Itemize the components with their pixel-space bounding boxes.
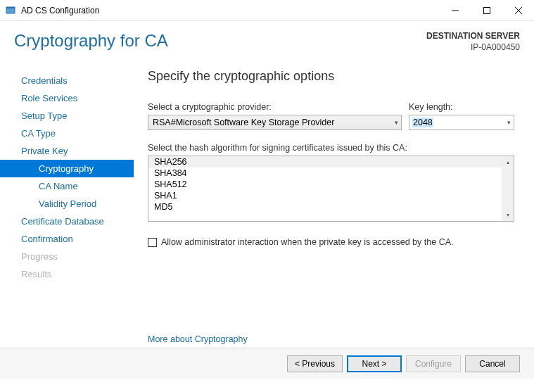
configure-button[interactable]: Configure xyxy=(406,355,461,372)
sidebar-item-credentials[interactable]: Credentials xyxy=(0,72,134,89)
main-content: Specify the cryptographic options Select… xyxy=(134,59,534,348)
app-icon xyxy=(0,5,21,16)
chevron-down-icon: ▾ xyxy=(395,119,398,126)
hash-option-sha384[interactable]: SHA384 xyxy=(148,167,502,179)
close-button[interactable] xyxy=(502,0,534,21)
hash-option-sha512[interactable]: SHA512 xyxy=(148,179,502,190)
scroll-down-icon[interactable]: ▾ xyxy=(502,209,514,221)
scrollbar[interactable]: ▴ ▾ xyxy=(502,156,514,221)
keylength-label: Key length: xyxy=(409,102,514,112)
sidebar-item-results: Results xyxy=(0,265,134,283)
minimize-button[interactable] xyxy=(439,0,471,21)
keylength-dropdown[interactable]: 2048 ▾ xyxy=(409,115,514,130)
sidebar: CredentialsRole ServicesSetup TypeCA Typ… xyxy=(0,59,134,348)
cancel-button[interactable]: Cancel xyxy=(465,355,520,372)
admin-interaction-checkbox[interactable] xyxy=(148,238,157,247)
window-title: AD CS Configuration xyxy=(21,6,439,15)
more-about-link[interactable]: More about Cryptography xyxy=(148,334,248,344)
sidebar-item-confirmation[interactable]: Confirmation xyxy=(0,230,134,248)
maximize-button[interactable] xyxy=(471,0,502,21)
scroll-track[interactable] xyxy=(502,168,514,209)
hash-option-md5[interactable]: MD5 xyxy=(148,201,502,213)
previous-button[interactable]: < Previous xyxy=(287,355,343,372)
destination-label: DESTINATION SERVER xyxy=(426,31,520,41)
sidebar-item-private-key[interactable]: Private Key xyxy=(0,142,134,160)
titlebar: AD CS Configuration xyxy=(0,0,534,21)
sidebar-item-validity-period[interactable]: Validity Period xyxy=(0,195,134,213)
provider-value: RSA#Microsoft Software Key Storage Provi… xyxy=(153,118,334,127)
section-heading: Specify the cryptographic options xyxy=(148,69,514,84)
sidebar-item-setup-type[interactable]: Setup Type xyxy=(0,107,134,125)
sidebar-item-ca-name[interactable]: CA Name xyxy=(0,177,134,195)
provider-dropdown[interactable]: RSA#Microsoft Software Key Storage Provi… xyxy=(148,115,402,130)
next-button[interactable]: Next > xyxy=(347,355,402,372)
footer: < Previous Next > Configure Cancel xyxy=(0,348,534,379)
destination-server: DESTINATION SERVER IP-0A000450 xyxy=(426,31,520,52)
chevron-down-icon: ▾ xyxy=(507,119,511,126)
hash-label: Select the hash algorithm for signing ce… xyxy=(148,143,514,153)
sidebar-item-progress: Progress xyxy=(0,248,134,265)
hash-option-sha1[interactable]: SHA1 xyxy=(148,190,502,201)
keylength-value: 2048 xyxy=(412,118,433,127)
hash-option-sha256[interactable]: SHA256 xyxy=(148,156,502,167)
hash-algorithm-list[interactable]: SHA256SHA384SHA512SHA1MD5 ▴ ▾ xyxy=(148,156,514,222)
svg-rect-3 xyxy=(483,7,490,13)
destination-value: IP-0A000450 xyxy=(426,42,520,52)
page-title: Cryptography for CA xyxy=(14,31,426,51)
admin-interaction-label: Allow administrator interaction when the… xyxy=(161,237,453,247)
scroll-up-icon[interactable]: ▴ xyxy=(502,156,514,168)
sidebar-item-ca-type[interactable]: CA Type xyxy=(0,125,134,142)
sidebar-item-certificate-database[interactable]: Certificate Database xyxy=(0,213,134,230)
provider-label: Select a cryptographic provider: xyxy=(148,102,402,112)
window-controls xyxy=(439,0,534,21)
sidebar-item-cryptography[interactable]: Cryptography xyxy=(0,160,134,177)
svg-rect-1 xyxy=(6,7,15,8)
header: Cryptography for CA DESTINATION SERVER I… xyxy=(0,21,534,59)
sidebar-item-role-services[interactable]: Role Services xyxy=(0,89,134,107)
admin-interaction-checkbox-row: Allow administrator interaction when the… xyxy=(148,237,514,247)
